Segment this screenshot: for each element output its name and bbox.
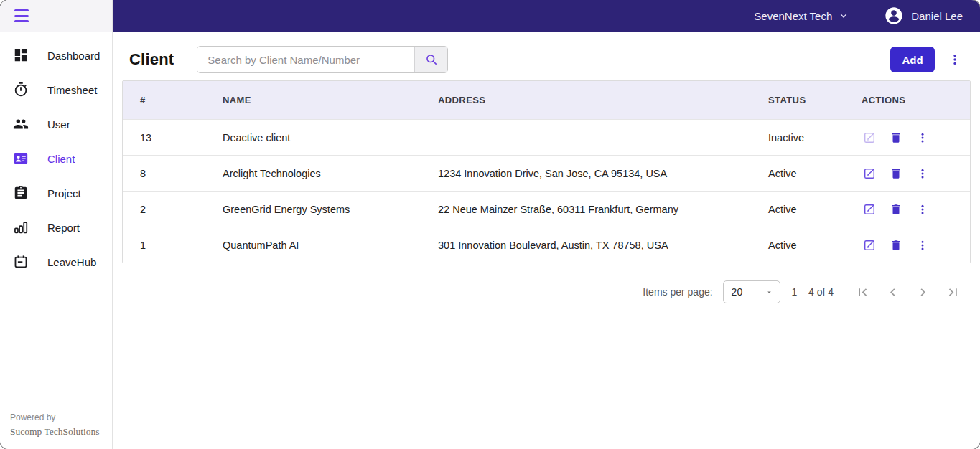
sidebar-item-timesheet[interactable]: Timesheet	[0, 72, 112, 107]
items-per-page-select[interactable]: 20	[723, 280, 780, 303]
sidebar-header	[0, 0, 112, 32]
cell-number: 2	[123, 204, 205, 215]
delete-button[interactable]	[888, 237, 904, 253]
last-page-icon	[946, 285, 961, 300]
row-menu-button[interactable]	[915, 130, 930, 146]
first-page-button[interactable]	[854, 283, 872, 301]
sidebar-item-report[interactable]: Report	[0, 210, 112, 245]
search-icon	[424, 52, 439, 67]
more-vert-icon	[916, 203, 929, 216]
sidebar-item-label: Project	[47, 187, 81, 199]
edit-icon	[863, 239, 876, 252]
more-vert-icon	[948, 52, 962, 67]
cell-name: Arclight Technologies	[205, 168, 421, 179]
client-table: # NAME ADDRESS STATUS ACTIONS 13 Deactiv…	[122, 80, 971, 263]
search-button[interactable]	[414, 47, 447, 72]
people-icon	[13, 116, 29, 132]
menu-toggle-button[interactable]	[13, 9, 30, 23]
timer-icon	[13, 82, 29, 98]
cell-name: QuantumPath AI	[205, 240, 421, 251]
sidebar-item-client[interactable]: Client	[0, 141, 112, 176]
page-title: Client	[129, 50, 174, 69]
table-row: 2 GreenGrid Energy Systems 22 Neue Mainz…	[123, 191, 970, 227]
trash-icon	[890, 203, 902, 216]
add-button[interactable]: Add	[890, 47, 935, 72]
sidebar-item-label: Report	[47, 222, 80, 234]
powered-by-label: Powered by	[10, 411, 112, 425]
cell-name: Deactive client	[205, 132, 421, 143]
last-page-button[interactable]	[944, 283, 962, 301]
cell-number: 1	[123, 240, 205, 251]
row-menu-button[interactable]	[915, 202, 930, 217]
edit-icon	[863, 131, 876, 144]
dashboard-icon	[13, 47, 29, 63]
column-header-status: STATUS	[751, 95, 844, 105]
chevron-right-icon	[915, 285, 930, 300]
sidebar-item-label: Dashboard	[47, 49, 100, 62]
bar-chart-icon	[13, 219, 29, 235]
page-header: Client Add	[113, 32, 980, 77]
company-selector[interactable]: SevenNext Tech	[754, 10, 849, 22]
delete-button[interactable]	[888, 202, 904, 217]
sidebar-item-label: Timesheet	[47, 84, 97, 96]
chevron-down-icon	[838, 10, 849, 22]
cell-number: 8	[123, 168, 205, 179]
page-menu-button[interactable]	[948, 52, 962, 67]
avatar[interactable]	[884, 6, 904, 26]
cell-address: 1234 Innovation Drive, San Jose, CA 9513…	[421, 168, 751, 179]
previous-page-button[interactable]	[884, 283, 902, 301]
first-page-icon	[855, 285, 870, 300]
sidebar-item-leavehub[interactable]: LeaveHub	[0, 245, 112, 279]
sidebar-nav: Dashboard Timesheet User Client	[0, 38, 112, 411]
delete-button[interactable]	[888, 166, 904, 181]
edit-button[interactable]	[862, 202, 877, 217]
cell-number: 13	[123, 132, 205, 143]
pagination-nav	[854, 283, 962, 301]
topbar: SevenNext Tech Daniel Lee	[113, 0, 980, 32]
table-header-row: # NAME ADDRESS STATUS ACTIONS	[123, 81, 970, 119]
row-menu-button[interactable]	[915, 237, 930, 253]
column-header-actions: ACTIONS	[844, 95, 970, 105]
table-row: 8 Arclight Technologies 1234 Innovation …	[123, 155, 970, 191]
cell-name: GreenGrid Energy Systems	[205, 204, 421, 215]
trash-icon	[890, 167, 902, 180]
select-caret-icon	[765, 288, 773, 296]
sidebar: Dashboard Timesheet User Client	[0, 0, 113, 449]
next-page-button[interactable]	[914, 283, 932, 301]
row-menu-button[interactable]	[915, 166, 930, 181]
cell-status: Active	[751, 240, 844, 251]
user-name: Daniel Lee	[911, 10, 963, 22]
items-per-page-label: Items per page:	[643, 286, 712, 298]
more-vert-icon	[916, 131, 929, 144]
column-header-address: ADDRESS	[421, 95, 751, 105]
main-content: Client Add # NAME ADDRESS	[113, 32, 980, 449]
table-row: 13 Deactive client Inactive	[123, 119, 970, 155]
cell-status: Inactive	[751, 132, 844, 143]
contact-card-icon	[13, 151, 29, 166]
app-window: Dashboard Timesheet User Client	[0, 0, 980, 449]
company-name: SevenNext Tech	[754, 10, 832, 22]
clipboard-icon	[13, 185, 29, 201]
edit-icon	[863, 167, 876, 180]
sidebar-item-project[interactable]: Project	[0, 176, 112, 210]
edit-button[interactable]	[862, 166, 877, 181]
powered-by-brand: Sucomp TechSolutions	[10, 425, 112, 439]
sidebar-item-dashboard[interactable]: Dashboard	[0, 38, 112, 72]
cell-address: 22 Neue Mainzer Straße, 60311 Frankfurt,…	[421, 204, 751, 215]
edit-button[interactable]	[862, 237, 877, 253]
cell-status: Active	[751, 204, 844, 215]
trash-icon	[890, 131, 902, 144]
items-per-page-value: 20	[732, 286, 743, 298]
pagination-range-label: 1 – 4 of 4	[792, 286, 834, 298]
calendar-icon	[13, 254, 29, 270]
sidebar-item-label: LeaveHub	[47, 256, 96, 268]
column-header-name: NAME	[205, 95, 421, 105]
search-input[interactable]	[197, 47, 414, 72]
edit-button[interactable]	[862, 130, 877, 146]
sidebar-item-user[interactable]: User	[0, 107, 112, 141]
delete-button[interactable]	[888, 130, 904, 146]
sidebar-item-label: User	[47, 118, 70, 131]
cell-status: Active	[751, 168, 844, 179]
edit-icon	[863, 203, 876, 216]
sidebar-footer: Powered by Sucomp TechSolutions	[0, 411, 112, 449]
